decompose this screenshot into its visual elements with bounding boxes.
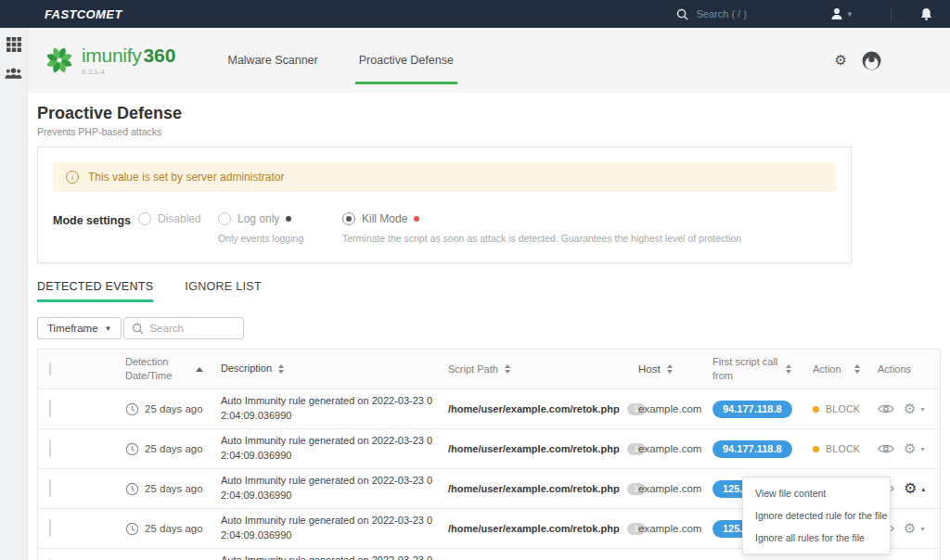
column-label: Action <box>813 363 841 375</box>
chevron-down-icon[interactable]: ▾ <box>920 525 924 533</box>
events-search-input[interactable] <box>149 323 233 334</box>
tab-malware-scanner[interactable]: Malware Scanner <box>207 28 338 93</box>
users-group-icon[interactable] <box>5 67 22 81</box>
row-checkbox[interactable] <box>49 519 51 537</box>
source-ip-badge[interactable]: 94.177.118.8 <box>712 401 792 418</box>
brand-imunify: imunify <box>82 45 141 67</box>
clock-icon <box>125 442 139 456</box>
column-description[interactable]: Description <box>221 362 435 376</box>
bell-icon <box>919 7 933 21</box>
chevron-down-icon: ▼ <box>105 325 112 333</box>
mode-settings-card: i This value is set by server administra… <box>37 146 852 263</box>
topbar: FASTCOMET ▾ <box>0 0 950 28</box>
page-subtitle: Prevents PHP-based attacks <box>37 126 950 137</box>
mode-option-log-only: Log only Only events logging <box>218 212 329 244</box>
tab-proactive-defense[interactable]: Proactive Defense <box>339 28 474 93</box>
script-path: /home/user/example.com/retok.php <box>448 443 620 454</box>
host: example.com <box>638 483 712 494</box>
events-search[interactable] <box>123 317 244 339</box>
row-checkbox[interactable] <box>49 400 51 417</box>
fastcomet-logo: FASTCOMET <box>45 7 122 21</box>
view-eye-icon[interactable] <box>878 443 894 454</box>
events-tabs: DETECTED EVENTS IGNORE LIST <box>37 280 950 302</box>
imunify-logo: imunify 360 6.3.1-4 <box>45 45 175 76</box>
tab-detected-events[interactable]: DETECTED EVENTS <box>37 280 153 302</box>
topbar-search[interactable] <box>676 8 815 20</box>
column-detection-date[interactable]: Detection Date/Time <box>117 355 221 383</box>
view-eye-icon[interactable] <box>878 403 894 414</box>
column-label: Description <box>221 362 272 376</box>
action-label: BLOCK <box>826 443 860 454</box>
radio-kill-mode[interactable] <box>342 212 355 225</box>
menu-item-ignore-detected-rule[interactable]: Ignore detected rule for the file <box>743 504 890 527</box>
row-menu-gear-icon[interactable]: ⚙ <box>904 402 916 416</box>
tab-ignore-list[interactable]: IGNORE LIST <box>185 280 261 302</box>
event-description: Auto Immunity rule generated on 2022-03-… <box>221 554 448 560</box>
radio-label: Log only <box>238 212 279 225</box>
source-ip-badge[interactable]: 94.177.118.8 <box>712 440 792 458</box>
app-tabs: Malware Scanner Proactive Defense <box>207 28 473 93</box>
block-status-dot <box>813 446 819 452</box>
clock-icon <box>125 402 139 416</box>
row-menu-gear-icon[interactable]: ⚙ <box>904 442 916 456</box>
script-path: /home/user/example.com/retok.php <box>448 403 620 414</box>
column-first-call[interactable]: First script call from <box>712 355 805 383</box>
row-checkbox[interactable] <box>49 439 51 457</box>
search-input[interactable] <box>696 8 798 19</box>
sort-asc-icon <box>196 367 203 372</box>
admin-notice-banner: i This value is set by server administra… <box>53 162 836 192</box>
sort-icon <box>786 364 791 375</box>
column-action[interactable]: Action <box>805 363 872 375</box>
sort-icon <box>667 364 673 375</box>
brand-360: 360 <box>143 45 175 67</box>
row-menu-gear-icon-open[interactable]: ⚙ <box>904 481 917 496</box>
timeframe-dropdown[interactable]: Timeframe ▼ <box>37 317 122 339</box>
settings-gear-icon[interactable]: ⚙ <box>835 54 847 68</box>
column-script-path[interactable]: Script Path <box>448 363 510 375</box>
timeframe-label: Timeframe <box>47 323 98 334</box>
event-description: Auto Immunity rule generated on 2022-03-… <box>221 394 448 424</box>
column-actions: Actions <box>872 363 940 375</box>
detection-time: 25 days ago <box>145 523 203 534</box>
row-menu-gear-icon[interactable]: ⚙ <box>904 522 916 536</box>
chevron-down-icon[interactable]: ▾ <box>920 405 924 414</box>
notifications-button[interactable] <box>919 7 933 21</box>
user-menu[interactable]: ▾ <box>830 7 852 20</box>
menu-item-view-file-content[interactable]: View file content <box>743 482 890 504</box>
script-path: /home/user/example.com/retok.php <box>448 523 620 534</box>
option-description: Terminate the script as soon as attack i… <box>342 233 741 244</box>
row-checkbox[interactable] <box>49 479 51 497</box>
topbar-right: ▾ <box>676 6 937 21</box>
mode-option-disabled: Disabled <box>138 212 205 244</box>
apps-grid-icon[interactable] <box>6 37 21 52</box>
host: example.com <box>638 443 712 454</box>
radio-disabled[interactable] <box>138 212 151 225</box>
event-description: Auto Immunity rule generated on 2022-03-… <box>221 474 448 503</box>
info-icon: i <box>66 171 79 184</box>
table-row: 25 days ago Auto Immunity rule generated… <box>38 429 940 469</box>
mode-option-kill-mode: Kill Mode Terminate the script as soon a… <box>342 212 741 244</box>
select-all-checkbox[interactable] <box>49 363 51 375</box>
version-label: 6.3.1-4 <box>82 68 175 76</box>
row-context-menu: View file content Ignore detected rule f… <box>742 477 891 554</box>
column-host[interactable]: Host <box>638 363 712 375</box>
detection-time: 25 days ago <box>145 403 203 414</box>
imunify-pinwheel-icon <box>45 45 74 75</box>
chevron-down-icon[interactable]: ▾ <box>920 445 924 453</box>
log-only-status-dot <box>286 216 291 222</box>
block-status-dot <box>813 406 819 413</box>
radio-log-only[interactable] <box>218 212 231 225</box>
tab-label: Proactive Defense <box>359 54 454 67</box>
sort-icon <box>505 364 510 375</box>
menu-item-ignore-all-rules[interactable]: Ignore all rules for the file <box>743 527 890 549</box>
chevron-up-icon[interactable]: ▴ <box>921 485 925 493</box>
sort-icon <box>278 364 284 375</box>
kill-mode-status-dot <box>414 216 419 222</box>
table-header-row: Detection Date/Time Description Script P… <box>38 350 940 389</box>
tab-label: Malware Scanner <box>227 54 317 67</box>
column-label: First script call from <box>712 355 779 383</box>
detection-time: 25 days ago <box>145 443 203 454</box>
host: example.com <box>638 403 712 414</box>
avatar-icon[interactable] <box>862 51 881 70</box>
radio-label: Disabled <box>158 212 201 225</box>
